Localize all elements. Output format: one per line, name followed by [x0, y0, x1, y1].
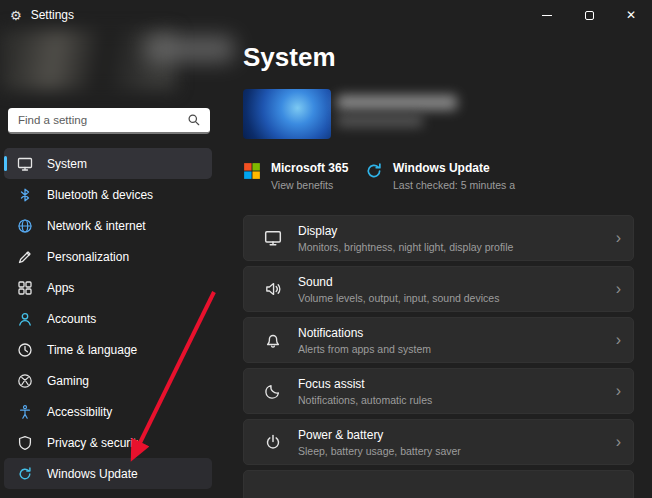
search-icon[interactable]	[187, 113, 201, 127]
row-text: Display Monitors, brightness, night ligh…	[298, 224, 608, 253]
sidebar-item-apps[interactable]: Apps	[4, 272, 212, 303]
settings-gear-icon: ⚙	[10, 9, 22, 22]
row-text: Focus assist Notifications, automatic ru…	[298, 377, 608, 406]
row-subtitle: Notifications, automatic rules	[298, 394, 608, 406]
person-icon	[17, 311, 33, 327]
sidebar-item-label: Apps	[47, 281, 74, 295]
update-sync-icon	[365, 162, 383, 180]
shield-icon	[17, 435, 33, 451]
row-text: Sound Volume levels, output, input, soun…	[298, 275, 608, 304]
search-input[interactable]	[8, 114, 187, 126]
sidebar: System Bluetooth & devices Network & int…	[0, 30, 218, 498]
page-title: System	[243, 42, 634, 73]
moon-icon	[264, 382, 282, 400]
sidebar-item-accessibility[interactable]: Accessibility	[4, 396, 212, 427]
close-icon: ✕	[626, 8, 636, 22]
quick-action-title: Windows Update	[393, 161, 515, 175]
row-subtitle: Volume levels, output, input, sound devi…	[298, 292, 608, 304]
row-title: Notifications	[298, 326, 608, 340]
chevron-right-icon: ›	[616, 230, 621, 246]
clock-icon	[17, 342, 33, 358]
microsoft-365-card[interactable]: Microsoft 365 View benefits	[243, 161, 365, 191]
window-title: Settings	[31, 8, 74, 22]
chevron-right-icon: ›	[616, 383, 621, 399]
sidebar-nav: System Bluetooth & devices Network & int…	[4, 148, 212, 489]
sidebar-item-system[interactable]: System	[4, 148, 212, 179]
settings-row-power-battery[interactable]: Power & battery Sleep, battery usage, ba…	[243, 419, 634, 465]
sidebar-item-label: Accounts	[47, 312, 96, 326]
sidebar-item-label: Network & internet	[47, 219, 146, 233]
row-text: Power & battery Sleep, battery usage, ba…	[298, 428, 608, 457]
sidebar-item-windows-update[interactable]: Windows Update	[4, 458, 212, 489]
sidebar-item-bluetooth-devices[interactable]: Bluetooth & devices	[4, 179, 212, 210]
maximize-button[interactable]	[568, 0, 610, 30]
apps-grid-icon	[17, 280, 33, 296]
quick-action-text: Windows Update Last checked: 5 minutes a	[393, 161, 515, 191]
system-icon	[17, 156, 33, 172]
accessibility-person-icon	[17, 404, 33, 420]
sidebar-item-label: Time & language	[47, 343, 137, 357]
close-button[interactable]: ✕	[610, 0, 652, 30]
sidebar-item-privacy-security[interactable]: Privacy & security	[4, 427, 212, 458]
settings-row-partial[interactable]	[243, 470, 634, 498]
sidebar-item-time-language[interactable]: Time & language	[4, 334, 212, 365]
row-subtitle: Sleep, battery usage, battery saver	[298, 445, 608, 457]
chevron-right-icon: ›	[616, 434, 621, 450]
sidebar-item-label: Bluetooth & devices	[47, 188, 153, 202]
blurred-user-name	[146, 36, 234, 62]
settings-row-sound[interactable]: Sound Volume levels, output, input, soun…	[243, 266, 634, 312]
minimize-icon	[542, 15, 552, 16]
quick-action-title: Microsoft 365	[271, 161, 348, 175]
maximize-icon	[585, 11, 594, 20]
sidebar-item-label: System	[47, 157, 87, 171]
globe-icon	[17, 218, 33, 234]
row-title: Sound	[298, 275, 608, 289]
selection-indicator	[4, 156, 7, 171]
sidebar-item-label: Personalization	[47, 250, 129, 264]
row-subtitle: Alerts from apps and system	[298, 343, 608, 355]
quick-action-text: Microsoft 365 View benefits	[271, 161, 348, 191]
row-text: Notifications Alerts from apps and syste…	[298, 326, 608, 355]
sidebar-item-label: Windows Update	[47, 467, 138, 481]
sidebar-item-label: Accessibility	[47, 405, 112, 419]
microsoft-logo-icon	[243, 162, 261, 180]
paintbrush-icon	[17, 249, 33, 265]
power-icon	[264, 433, 282, 451]
minimize-button[interactable]	[526, 0, 568, 30]
settings-row-notifications[interactable]: Notifications Alerts from apps and syste…	[243, 317, 634, 363]
xbox-icon	[17, 373, 33, 389]
settings-row-focus-assist[interactable]: Focus assist Notifications, automatic ru…	[243, 368, 634, 414]
view-benefits-link[interactable]: View benefits	[271, 179, 348, 191]
bell-icon	[264, 331, 282, 349]
sidebar-item-label: Privacy & security	[47, 436, 142, 450]
row-title: Focus assist	[298, 377, 608, 391]
sidebar-item-personalization[interactable]: Personalization	[4, 241, 212, 272]
display-icon	[264, 229, 282, 247]
search-box[interactable]	[8, 108, 210, 134]
row-subtitle: Monitors, brightness, night light, displ…	[298, 241, 608, 253]
sidebar-item-gaming[interactable]: Gaming	[4, 365, 212, 396]
speaker-icon	[264, 280, 282, 298]
blurred-device-name	[337, 95, 457, 110]
row-title: Display	[298, 224, 608, 238]
settings-list: Display Monitors, brightness, night ligh…	[243, 215, 634, 498]
titlebar: ⚙ Settings ✕	[0, 0, 652, 30]
last-checked-status: Last checked: 5 minutes a	[393, 179, 515, 191]
chevron-right-icon: ›	[616, 332, 621, 348]
settings-row-display[interactable]: Display Monitors, brightness, night ligh…	[243, 215, 634, 261]
blurred-device-subtext	[337, 115, 423, 127]
quick-actions-row: Microsoft 365 View benefits Windows Upda…	[243, 161, 634, 191]
sidebar-item-label: Gaming	[47, 374, 89, 388]
device-wallpaper-thumbnail	[243, 89, 331, 139]
sidebar-item-network-internet[interactable]: Network & internet	[4, 210, 212, 241]
window-controls: ✕	[526, 0, 652, 30]
chevron-right-icon: ›	[616, 281, 621, 297]
sidebar-item-accounts[interactable]: Accounts	[4, 303, 212, 334]
windows-update-icon	[17, 466, 33, 482]
bluetooth-icon	[17, 187, 33, 203]
windows-update-status-card[interactable]: Windows Update Last checked: 5 minutes a	[365, 161, 515, 191]
row-title: Power & battery	[298, 428, 608, 442]
